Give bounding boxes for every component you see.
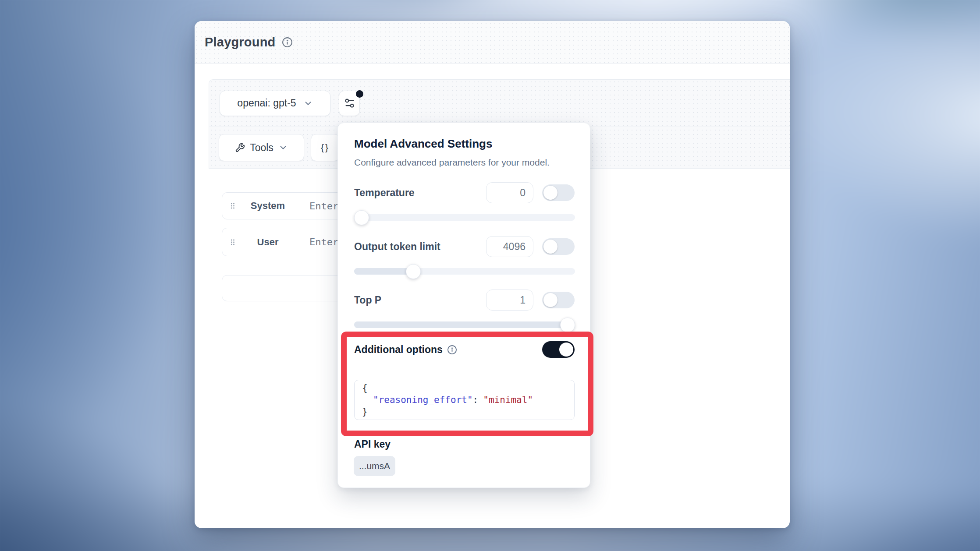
slider-fill [354, 321, 568, 328]
json-schema-button[interactable]: {} [311, 134, 340, 161]
code-close-brace: } [362, 406, 368, 417]
top-p-row: Top P 1 [354, 290, 575, 311]
message-input-placeholder[interactable]: Enter [309, 237, 338, 247]
temperature-toggle[interactable] [542, 184, 575, 201]
message-role-label: System [237, 200, 298, 212]
output-token-limit-input[interactable]: 4096 [486, 236, 533, 257]
chevron-down-icon [303, 99, 313, 108]
output-token-limit-row: Output token limit 4096 [354, 236, 575, 257]
toggle-knob [559, 343, 573, 357]
window-header: Playground [195, 21, 790, 64]
sliders-icon [344, 97, 355, 109]
settings-notification-dot [356, 90, 363, 98]
message-input-placeholder[interactable]: Enter [309, 201, 338, 212]
top-p-slider[interactable] [354, 321, 575, 328]
additional-options-label: Additional options [354, 344, 443, 356]
code-open-brace: { [362, 383, 368, 393]
slider-handle[interactable] [406, 264, 421, 279]
additional-options-json-editor[interactable]: {"reasoning_effort":"minimal"} [354, 380, 575, 420]
model-select-value: openai: gpt-5 [237, 97, 296, 109]
slider-handle[interactable] [560, 318, 575, 332]
desktop: Playground openai: gpt-5 [0, 0, 980, 551]
output-token-limit-toggle[interactable] [542, 238, 575, 255]
top-p-value: 1 [520, 294, 526, 306]
temperature-value: 0 [520, 187, 526, 199]
api-key-badge[interactable]: ...umsA [354, 456, 395, 476]
tools-dropdown[interactable]: Tools [219, 134, 304, 161]
code-colon: : [473, 395, 479, 405]
top-p-input[interactable]: 1 [486, 290, 533, 311]
temperature-input[interactable]: 0 [486, 182, 533, 203]
api-key-value: ...umsA [359, 461, 390, 471]
model-settings-button[interactable] [339, 91, 360, 116]
code-value: "minimal" [483, 395, 533, 405]
wrench-icon [235, 143, 245, 153]
additional-options-toggle[interactable] [542, 341, 575, 358]
toggle-knob [543, 293, 557, 307]
output-token-limit-slider[interactable] [354, 268, 575, 275]
drag-handle-icon[interactable] [228, 237, 237, 247]
chevron-down-icon [278, 143, 288, 152]
output-token-limit-value: 4096 [503, 241, 526, 253]
slider-handle[interactable] [354, 210, 369, 225]
output-token-limit-label: Output token limit [354, 241, 486, 253]
message-role-label: User [237, 237, 298, 248]
drag-handle-icon[interactable] [228, 201, 237, 211]
top-p-label: Top P [354, 294, 486, 306]
info-icon[interactable] [282, 37, 293, 48]
temperature-label: Temperature [354, 187, 486, 199]
model-advanced-settings-popover: Model Advanced Settings Configure advanc… [337, 123, 590, 488]
top-p-toggle[interactable] [542, 292, 575, 308]
page-title: Playground [205, 35, 276, 49]
popover-title: Model Advanced Settings [354, 137, 492, 151]
temperature-row: Temperature 0 [354, 182, 575, 203]
popover-subtitle: Configure advanced parameters for your m… [354, 157, 550, 168]
braces-label: {} [321, 142, 330, 153]
code-key: "reasoning_effort" [373, 395, 473, 405]
api-key-label: API key [354, 438, 391, 450]
model-select-dropdown[interactable]: openai: gpt-5 [220, 91, 330, 116]
temperature-slider[interactable] [354, 214, 575, 221]
slider-fill [354, 268, 413, 275]
toggle-knob [543, 186, 557, 200]
additional-options-row: Additional options [354, 341, 575, 358]
info-icon[interactable] [447, 345, 457, 355]
tools-label: Tools [250, 142, 273, 154]
model-toolbar-row: openai: gpt-5 [209, 80, 790, 127]
toggle-knob [543, 240, 557, 254]
